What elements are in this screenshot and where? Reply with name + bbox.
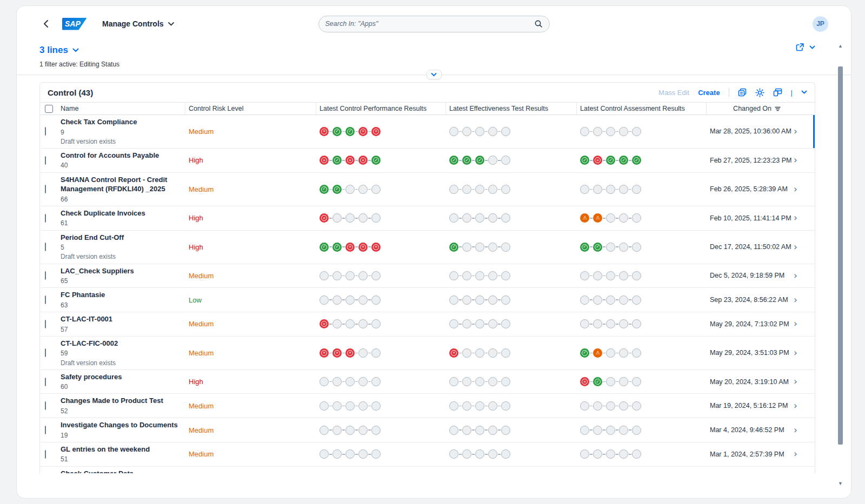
status-connector xyxy=(472,131,475,132)
chevron-right-icon[interactable]: › xyxy=(794,213,797,223)
row-checkbox[interactable] xyxy=(45,401,46,410)
chevron-right-icon[interactable]: › xyxy=(794,185,797,194)
table-row[interactable]: CT-LAC-FIC-000259Draft version existsMed… xyxy=(40,337,815,370)
export-menu-chevron[interactable] xyxy=(809,45,815,50)
avatar[interactable]: JP xyxy=(813,16,828,32)
table-row[interactable]: FC Phantasie63LowSep 23, 2024, 8:56:22 A… xyxy=(40,288,815,312)
column-header-name[interactable]: Name xyxy=(57,103,185,115)
select-all-checkbox[interactable] xyxy=(45,105,53,113)
performance-status-chain xyxy=(320,449,443,459)
status-none-icon xyxy=(462,377,471,386)
status-connector xyxy=(329,299,332,300)
changed-on-value: Feb 28, 2024, 1:49:06 PM xyxy=(707,473,784,473)
status-none-icon xyxy=(488,449,497,459)
export-button[interactable] xyxy=(795,43,804,52)
table-row[interactable]: Period End Cut-Off5Draft version existsH… xyxy=(40,231,815,264)
table-row[interactable]: Control for Accounts Payable40High×✓××✓✓… xyxy=(40,149,815,173)
search-icon[interactable] xyxy=(534,19,543,28)
row-checkbox[interactable] xyxy=(45,450,46,459)
chevron-right-icon[interactable]: › xyxy=(794,348,797,358)
back-button[interactable] xyxy=(39,17,52,30)
table-row[interactable]: GL entries on the weekend51MediumMar 1, … xyxy=(40,442,815,467)
row-checkbox[interactable] xyxy=(45,127,46,136)
table-row[interactable]: S4HANA Control Report - Credit Managemen… xyxy=(40,173,815,206)
row-checkbox[interactable] xyxy=(45,348,46,357)
status-neg-icon: × xyxy=(345,156,355,165)
table-row[interactable]: Investigate Changes to Documents19Medium… xyxy=(40,418,815,442)
column-header-effectiveness[interactable]: Latest Effectiveness Test Results xyxy=(446,103,577,115)
scrollbar-thumb[interactable] xyxy=(838,66,843,445)
column-header-changed-on[interactable]: Changed On xyxy=(707,103,784,115)
row-name-cell: LAC_Check Suppliers65 xyxy=(57,264,185,288)
chevron-right-icon[interactable]: › xyxy=(794,127,797,136)
row-checkbox[interactable] xyxy=(45,426,46,434)
chevron-right-icon[interactable]: › xyxy=(794,156,797,165)
control-id: 51 xyxy=(61,455,182,463)
status-none-icon xyxy=(619,377,628,386)
chevron-right-icon[interactable]: › xyxy=(794,319,797,328)
lines-dropdown[interactable]: 3 lines xyxy=(39,45,815,56)
row-checkbox[interactable] xyxy=(45,156,46,165)
status-connector xyxy=(616,429,618,431)
mass-edit-button[interactable]: Mass Edit xyxy=(658,89,689,97)
status-neg-icon: × xyxy=(320,348,329,358)
chevron-right-icon[interactable]: › xyxy=(794,243,797,252)
risk-level: Medium xyxy=(185,125,316,138)
copy-button[interactable] xyxy=(738,88,747,97)
chevron-right-icon[interactable]: › xyxy=(794,271,797,280)
row-checkbox[interactable] xyxy=(45,185,46,193)
row-checkbox[interactable] xyxy=(45,243,46,251)
collapse-header-button[interactable] xyxy=(427,70,442,79)
chevron-right-icon[interactable]: › xyxy=(794,295,797,305)
settings-button[interactable] xyxy=(755,88,764,97)
row-checkbox[interactable] xyxy=(45,378,46,386)
row-name-cell: CT-LAC-IT-000157 xyxy=(57,312,185,336)
row-navigation-cell: › xyxy=(784,240,815,254)
column-header-risk[interactable]: Control Risk Level xyxy=(185,103,316,115)
status-none-icon xyxy=(320,401,329,411)
row-checkbox[interactable] xyxy=(45,214,46,223)
scroll-up-icon[interactable]: ▲ xyxy=(837,44,843,49)
chevron-right-icon[interactable]: › xyxy=(794,449,797,459)
table-row[interactable]: LAC_Check Suppliers65MediumDec 5, 2024, … xyxy=(40,264,815,288)
status-none-icon xyxy=(358,295,368,305)
table-row[interactable]: Check Customer Data20High✓✓✓✓✓××Feb 28, … xyxy=(40,467,815,473)
column-header-assessment[interactable]: Latest Control Assessment Results xyxy=(577,103,707,115)
column-header-performance[interactable]: Latest Control Performance Results xyxy=(316,103,446,115)
status-connector xyxy=(616,353,618,354)
row-checkbox[interactable] xyxy=(45,271,46,280)
table-row[interactable]: Check Tax Compliance9Draft version exist… xyxy=(40,115,815,149)
search-input[interactable] xyxy=(325,20,534,28)
chevron-right-icon[interactable]: › xyxy=(794,401,797,411)
scroll-down-icon[interactable]: ▼ xyxy=(837,481,843,486)
control-name: Check Tax Compliance xyxy=(61,117,182,127)
chevron-right-icon[interactable]: › xyxy=(794,426,797,435)
table-row[interactable]: Safety procedures60High×✓May 20, 2024, 3… xyxy=(40,370,815,394)
changed-on-value: Mar 19, 2024, 5:16:12 PM xyxy=(707,400,784,412)
changed-on-value: May 20, 2024, 3:19:10 AM xyxy=(707,376,784,388)
table-title: Control (43) xyxy=(48,88,93,97)
chevron-down-icon xyxy=(431,73,437,77)
vertical-scrollbar[interactable]: ▲ ▼ xyxy=(837,44,843,486)
status-connector xyxy=(498,131,501,132)
effectiveness-results-cell xyxy=(446,447,577,461)
status-connector xyxy=(616,131,618,132)
export-table-button[interactable] xyxy=(773,88,782,97)
control-name: CT-LAC-FIC-0002 xyxy=(61,339,182,348)
chevron-right-icon[interactable]: › xyxy=(794,377,797,386)
status-none-icon xyxy=(580,319,589,328)
table-row[interactable]: Changes Made to Product Test52MediumMar … xyxy=(40,394,815,418)
status-connector xyxy=(329,246,332,247)
table-row[interactable]: CT-LAC-IT-000157Medium×May 29, 2024, 7:1… xyxy=(40,312,815,337)
create-button[interactable]: Create xyxy=(698,89,720,97)
row-checkbox[interactable] xyxy=(45,295,46,304)
copy-icon xyxy=(738,88,747,97)
sort-icon[interactable] xyxy=(775,106,781,111)
row-name-cell: Control for Accounts Payable40 xyxy=(57,149,185,172)
app-title-menu[interactable]: Manage Controls xyxy=(102,19,174,28)
row-checkbox[interactable] xyxy=(45,320,46,328)
status-none-icon xyxy=(606,426,615,435)
table-menu-chevron[interactable] xyxy=(801,90,807,95)
effectiveness-results-cell: ×× xyxy=(446,472,577,473)
table-row[interactable]: Check Duplicate Invoices61High×⚠⚠Feb 10,… xyxy=(40,206,815,231)
